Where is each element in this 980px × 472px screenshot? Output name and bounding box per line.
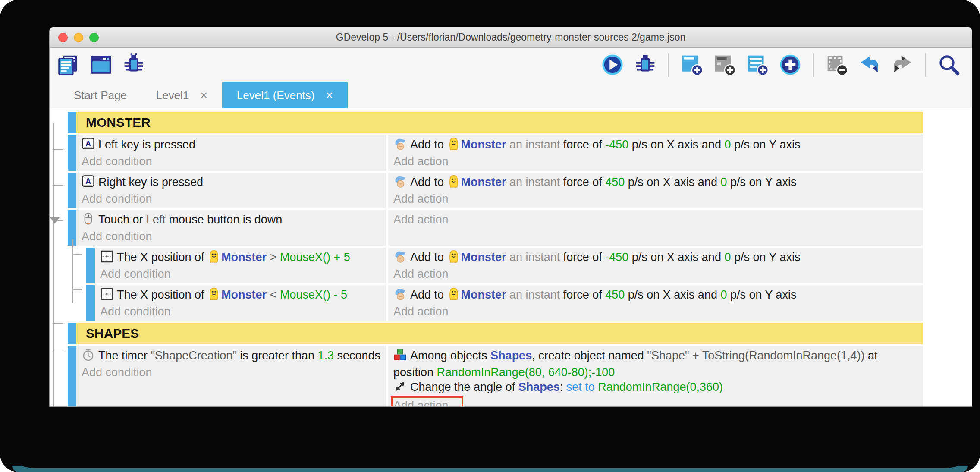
- event-color-bar[interactable]: [68, 210, 76, 246]
- subevent-tree-stub: [72, 289, 82, 290]
- remove-event-button[interactable]: [824, 53, 849, 78]
- search-button[interactable]: [936, 53, 961, 78]
- event-tree-stub: [53, 149, 63, 150]
- instruction-segment: Monster: [461, 288, 506, 301]
- event-group-label[interactable]: SHAPES: [76, 323, 923, 344]
- add-action-link-highlighted[interactable]: Add action: [391, 396, 463, 406]
- event-row: The X position of Monster > MouseX() + 5…: [86, 248, 972, 283]
- traffic-lights: [58, 27, 99, 47]
- actions-cell[interactable]: Add to Monster an instant force of 450 p…: [388, 173, 923, 208]
- event-row: The X position of Monster < MouseX() - 5…: [86, 285, 972, 321]
- tab-close-icon[interactable]: ×: [326, 88, 333, 102]
- zoom-window-button[interactable]: [89, 33, 99, 42]
- action[interactable]: Add to Monster an instant force of 450 p…: [393, 287, 920, 304]
- conditions-cell[interactable]: Touch or Left mouse button is downAdd co…: [76, 210, 386, 246]
- instruction-segment: -450: [605, 138, 628, 151]
- instruction-segment: Add to: [410, 138, 447, 151]
- add-condition-link[interactable]: Add condition: [82, 229, 152, 244]
- add-condition-link[interactable]: Add condition: [82, 154, 152, 169]
- event-color-bar[interactable]: [86, 285, 95, 321]
- instruction-segment: MouseX() + 5: [280, 251, 350, 264]
- tab-start-page[interactable]: Start Page: [59, 82, 141, 108]
- add-subevent-button[interactable]: [712, 53, 737, 78]
- add-action-link[interactable]: Add action: [393, 154, 449, 169]
- tab-close-icon[interactable]: ×: [200, 88, 207, 102]
- event-group-label[interactable]: MONSTER: [76, 112, 923, 133]
- redo-button[interactable]: [890, 53, 915, 78]
- conditions-cell[interactable]: ARight key is pressedAdd condition: [76, 173, 386, 208]
- actions-cell[interactable]: Add to Monster an instant force of 450 p…: [388, 285, 923, 321]
- event-color-bar[interactable]: [68, 112, 76, 133]
- actions-cell[interactable]: Among objects Shapes, create object name…: [388, 346, 923, 406]
- timer-icon: [82, 348, 98, 365]
- action[interactable]: Change the angle of Shapes: set to Rando…: [393, 380, 920, 396]
- debug-events-button[interactable]: [633, 53, 658, 78]
- debugger-button[interactable]: [121, 53, 146, 78]
- action[interactable]: Add to Monster an instant force of 450 p…: [393, 175, 920, 192]
- conditions-cell[interactable]: ALeft key is pressedAdd condition: [76, 135, 386, 171]
- action[interactable]: Add to Monster an instant force of -450 …: [393, 137, 920, 154]
- event-tree-stub: [53, 185, 63, 186]
- instruction-segment: <: [267, 288, 280, 301]
- event-color-bar[interactable]: [68, 135, 76, 171]
- play-button[interactable]: [600, 53, 625, 78]
- undo-icon: [858, 53, 881, 78]
- collapse-arrow-icon[interactable]: [50, 217, 60, 223]
- event-row: ALeft key is pressedAdd conditionAdd to …: [68, 135, 972, 171]
- scene-window-button[interactable]: [88, 53, 113, 78]
- instruction-segment: force of: [563, 288, 606, 301]
- actions-cell[interactable]: Add to Monster an instant force of -450 …: [388, 248, 923, 283]
- scene-window-icon: [89, 53, 113, 78]
- condition[interactable]: Touch or Left mouse button is down: [82, 212, 383, 229]
- event-color-bar[interactable]: [68, 323, 76, 344]
- search-icon: [937, 53, 961, 78]
- action[interactable]: Add to Monster an instant force of -450 …: [393, 250, 920, 267]
- tab-level1[interactable]: Level1×: [141, 82, 222, 108]
- add-condition-link[interactable]: Add condition: [82, 365, 152, 380]
- condition[interactable]: ALeft key is pressed: [82, 137, 383, 154]
- add-condition-link[interactable]: Add condition: [82, 192, 152, 206]
- conditions-cell[interactable]: The X position of Monster < MouseX() - 5…: [95, 285, 386, 321]
- conditions-cell[interactable]: The X position of Monster > MouseX() + 5…: [95, 248, 386, 283]
- actions-cell[interactable]: Add action: [388, 210, 923, 246]
- add-action-link[interactable]: Add action: [393, 212, 449, 227]
- add-event-button[interactable]: [679, 53, 704, 78]
- event-color-bar[interactable]: [68, 346, 76, 406]
- add-circle-button[interactable]: [778, 53, 803, 78]
- instruction-segment: seconds: [334, 349, 380, 362]
- add-condition-link[interactable]: Add condition: [100, 267, 171, 281]
- event-color-bar[interactable]: [86, 248, 95, 283]
- condition[interactable]: ARight key is pressed: [82, 175, 383, 192]
- action[interactable]: Among objects Shapes, create object name…: [393, 348, 920, 380]
- instruction-segment: p/s on X axis and: [628, 251, 724, 264]
- instruction-segment: Touch or: [98, 213, 146, 226]
- tab-level1-events-[interactable]: Level1 (Events)×: [222, 82, 348, 108]
- instruction-segment: Monster: [461, 251, 506, 264]
- event-color-bar[interactable]: [68, 173, 76, 208]
- close-window-button[interactable]: [58, 33, 68, 42]
- condition[interactable]: The X position of Monster > MouseX() + 5: [100, 250, 383, 267]
- project-manager-button[interactable]: [56, 53, 81, 78]
- condition[interactable]: The timer "ShapeCreation" is greater tha…: [82, 348, 383, 365]
- add-comment-button[interactable]: [745, 53, 770, 78]
- instruction-segment: The X position of: [117, 251, 207, 264]
- position-icon: [100, 250, 117, 267]
- instruction-segment: Left key is pressed: [98, 138, 195, 151]
- instruction-segment: The X position of: [117, 288, 207, 301]
- event-row: ARight key is pressedAdd conditionAdd to…: [68, 173, 972, 208]
- minimize-window-button[interactable]: [74, 33, 83, 42]
- undo-button[interactable]: [857, 53, 882, 78]
- add-subevent-icon: [713, 53, 736, 78]
- condition[interactable]: The X position of Monster < MouseX() - 5: [100, 287, 383, 304]
- add-action-link[interactable]: Add action: [393, 267, 449, 281]
- add-action-link[interactable]: Add action: [393, 192, 449, 206]
- conditions-cell[interactable]: The timer "ShapeCreation" is greater tha…: [76, 346, 386, 406]
- add-condition-link[interactable]: Add condition: [100, 304, 171, 319]
- instruction-segment: p/s on Y axis: [727, 288, 796, 301]
- event-row: The timer "ShapeCreation" is greater tha…: [68, 346, 972, 406]
- instruction-segment: Among objects: [410, 349, 490, 362]
- actions-cell[interactable]: Add to Monster an instant force of -450 …: [388, 135, 923, 171]
- add-action-link[interactable]: Add action: [393, 304, 449, 319]
- instruction-segment: "ShapeCreation": [151, 349, 237, 362]
- position-icon: [100, 287, 117, 304]
